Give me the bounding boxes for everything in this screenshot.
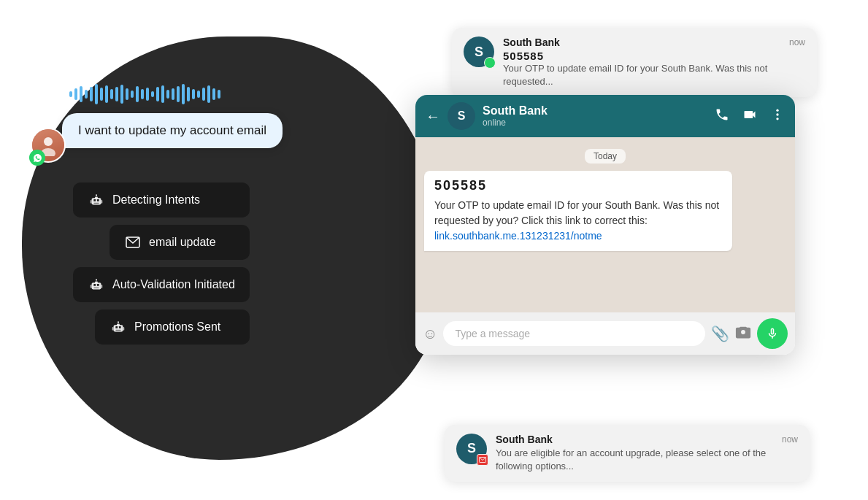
right-section: S South Bank now 505585 Your OTP to upda…	[415, 7, 868, 500]
svg-rect-13	[93, 284, 96, 286]
svg-rect-4	[97, 199, 99, 201]
mic-button[interactable]	[757, 318, 788, 349]
svg-rect-3	[93, 199, 96, 201]
svg-point-26	[118, 321, 119, 323]
svg-rect-20	[93, 288, 99, 288]
video-icon[interactable]	[742, 107, 757, 126]
step-detecting-intents-label: Detecting Intents	[112, 193, 200, 207]
notification-card-top: S South Bank now 505585 Your OTP to upda…	[452, 28, 817, 97]
step-promotions-sent: Promotions Sent	[95, 309, 250, 345]
emoji-icon[interactable]: ☺	[423, 326, 437, 342]
process-steps: Detecting Intents email update	[73, 182, 250, 345]
step-promotions-sent-label: Promotions Sent	[134, 320, 220, 334]
step-email-update: email update	[110, 225, 250, 260]
svg-rect-9	[101, 200, 102, 204]
notif-content-bottom: South Bank now You are eligible for an a…	[496, 434, 798, 473]
wave-bar	[90, 87, 93, 101]
speech-bubble: I want to update my account email	[62, 113, 283, 148]
message-bubble: 505585 Your OTP to update email ID for y…	[424, 171, 732, 251]
robot-svg-3	[110, 319, 126, 335]
notif-avatar-bottom: S	[456, 434, 487, 464]
email-badge-svg	[479, 457, 486, 463]
chat-header-actions	[715, 107, 785, 126]
notif-time-bottom: now	[782, 434, 798, 445]
step-auto-validation: Auto-Validation Initiated	[73, 267, 250, 302]
svg-rect-18	[91, 285, 92, 288]
wave-bar	[177, 86, 180, 102]
notif-header-bottom: South Bank now	[496, 434, 798, 445]
notif-content-top: South Bank now 505585 Your OTP to update…	[503, 36, 805, 88]
wave-bar	[187, 87, 190, 101]
chat-date-divider: Today	[424, 149, 786, 164]
whatsapp-icon	[33, 153, 42, 163]
wave-bar	[182, 84, 185, 104]
step-auto-validation-label: Auto-Validation Initiated	[112, 278, 235, 291]
left-section: I want to update my account email	[0, 0, 423, 500]
notif-otp: 505585	[503, 50, 805, 62]
menu-svg	[770, 107, 785, 122]
wave-bar	[80, 86, 82, 102]
wave-bar	[192, 89, 195, 99]
wave-bar	[136, 86, 139, 102]
svg-rect-10	[93, 203, 99, 204]
robot-icon	[88, 191, 105, 209]
wave-bar	[197, 91, 200, 98]
whatsapp-badge	[29, 150, 45, 166]
svg-rect-5	[95, 196, 98, 199]
robot-icon-3	[110, 318, 127, 336]
svg-rect-24	[117, 323, 120, 326]
wave-bar	[131, 91, 134, 98]
robot-icon-2	[88, 276, 105, 293]
attachment-icon[interactable]: 📎	[711, 325, 729, 342]
notif-avatar-top: S	[464, 36, 494, 67]
whatsapp-badge-notif	[484, 57, 496, 69]
notif-sender-bottom: South Bank	[496, 434, 553, 445]
svg-rect-19	[101, 285, 102, 288]
wave-bar	[156, 87, 159, 101]
wave-bar	[110, 89, 113, 99]
wave-bar	[218, 90, 220, 99]
svg-point-0	[44, 137, 53, 146]
menu-icon[interactable]	[770, 107, 785, 126]
wave-bar	[212, 88, 215, 100]
notif-avatar-letter: S	[475, 45, 483, 60]
notif-avatar-bottom-letter: S	[467, 441, 476, 456]
chat-header-status: online	[483, 118, 707, 128]
step-detecting-intents: Detecting Intents	[73, 182, 250, 218]
svg-point-17	[96, 279, 97, 280]
step-email-update-label: email update	[149, 236, 216, 249]
wave-bar	[120, 85, 123, 104]
svg-rect-15	[95, 281, 98, 283]
email-svg	[126, 236, 140, 248]
svg-rect-29	[115, 330, 120, 331]
wave-bar	[141, 89, 144, 99]
message-link[interactable]: link.southbank.me.131231231/notme	[434, 230, 602, 242]
video-svg	[742, 107, 757, 122]
svg-rect-8	[91, 200, 92, 204]
back-button[interactable]: ←	[426, 108, 440, 125]
notif-text-bottom: You are eligible for an account upgrade,…	[496, 447, 798, 473]
message-text: Your OTP to update email ID for your Sou…	[434, 198, 722, 244]
message-otp: 505585	[434, 178, 722, 193]
notif-sender-top: South Bank	[503, 36, 560, 48]
chat-input-box[interactable]: Type a message	[443, 321, 705, 346]
svg-point-32	[776, 118, 778, 120]
svg-rect-14	[97, 284, 99, 286]
camera-svg	[735, 324, 751, 340]
camera-icon[interactable]	[735, 324, 751, 344]
wave-bar	[126, 88, 128, 100]
wave-bar	[172, 88, 174, 100]
email-icon	[124, 234, 142, 251]
message-text-content: Your OTP to update email ID for your Sou…	[434, 199, 719, 226]
phone-icon[interactable]	[715, 107, 729, 126]
chat-header-avatar: S	[448, 102, 475, 130]
notif-text-top: Your OTP to update email ID for your Sou…	[503, 62, 805, 88]
chat-header: ← S South Bank online	[415, 95, 795, 137]
svg-point-31	[776, 113, 778, 115]
wave-bar	[85, 90, 88, 99]
wave-bar	[146, 88, 149, 101]
chat-header-info: South Bank online	[483, 104, 707, 128]
svg-rect-28	[123, 327, 124, 331]
wave-bar	[74, 88, 77, 100]
phone-svg	[715, 107, 729, 122]
